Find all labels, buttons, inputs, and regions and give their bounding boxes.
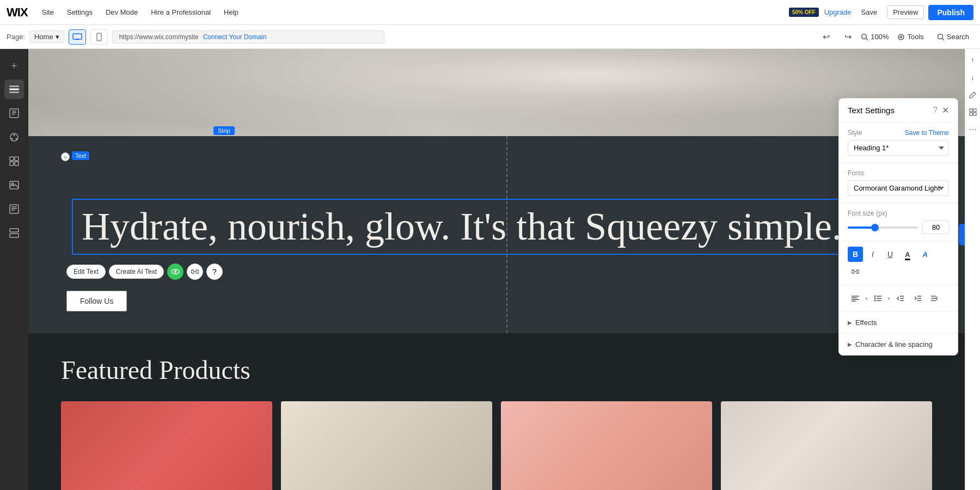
right-scroll-up-icon[interactable]: ↑ (966, 53, 979, 66)
right-more-icon[interactable]: ⋯ (966, 123, 979, 136)
sidebar-design-icon[interactable] (4, 127, 24, 147)
svg-rect-34 (10, 234, 19, 237)
bold-button[interactable]: B (848, 247, 863, 262)
svg-point-45 (874, 296, 876, 297)
tools-button[interactable]: Tools (893, 30, 928, 43)
dark-section: Strip ○ Text Hydrate, nourish, glow. It'… (28, 136, 965, 333)
panel-help-icon[interactable]: ? (933, 105, 938, 115)
strip-label[interactable]: Strip (213, 126, 235, 135)
redo-button[interactable]: ↪ (839, 28, 856, 46)
follow-us-btn[interactable]: Follow Us (61, 280, 127, 311)
panel-header: Text Settings ? ✕ (839, 99, 958, 122)
svg-rect-23 (10, 157, 14, 161)
panel-close-button[interactable]: ✕ (942, 105, 949, 115)
right-layout-icon[interactable] (966, 106, 979, 119)
publish-button[interactable]: Publish (928, 5, 973, 20)
indent-increase-btn[interactable] (910, 291, 925, 306)
save-to-theme-link[interactable]: Save to Theme (905, 129, 949, 137)
secondbar-right: ↩ ↪ 100% Tools Search (817, 28, 973, 46)
page-label: Page: (7, 33, 25, 41)
sidebar-add-icon[interactable]: ＋ (4, 56, 24, 75)
svg-point-49 (874, 300, 876, 302)
sidebar-pages-icon[interactable] (4, 103, 24, 123)
right-edit-icon[interactable] (966, 88, 979, 101)
link-format-button[interactable] (848, 264, 863, 279)
sidebar-layers-icon[interactable] (4, 79, 24, 99)
right-scroll-down-icon[interactable]: ↓ (966, 71, 979, 84)
svg-line-6 (866, 38, 868, 40)
wix-logo[interactable]: WIX (7, 5, 28, 20)
edit-text-button[interactable]: Edit Text (66, 265, 106, 279)
char-spacing-section: ▶ Character & line spacing (839, 334, 958, 355)
toolbar-link-button[interactable] (187, 264, 203, 280)
svg-rect-0 (73, 34, 82, 39)
style-select[interactable]: Heading 1* (848, 140, 949, 156)
menu-site[interactable]: Site (38, 8, 58, 16)
svg-point-4 (99, 39, 100, 40)
svg-rect-29 (10, 205, 19, 213)
badge-50off: 50% OFF (789, 8, 819, 17)
preview-button[interactable]: Preview (887, 5, 924, 19)
char-spacing-arrow-icon: ▶ (848, 341, 852, 347)
zoom-display: 100% (861, 33, 889, 41)
upgrade-link[interactable]: Upgrade (824, 8, 852, 16)
font-size-section: Font size (px) 80 (839, 203, 958, 241)
blue-resize-handle-right[interactable] (959, 224, 965, 246)
save-button[interactable]: Save (856, 6, 883, 19)
text-color-button[interactable]: A (900, 247, 915, 262)
sidebar-apps-icon[interactable] (4, 151, 24, 171)
create-ai-text-button[interactable]: Create AI Text (109, 265, 164, 279)
list-btn[interactable] (870, 291, 885, 306)
svg-point-47 (874, 298, 876, 299)
char-spacing-row[interactable]: ▶ Character & line spacing (848, 340, 949, 348)
svg-rect-26 (15, 162, 19, 166)
product-card-2[interactable] (281, 401, 492, 490)
text-element-handle[interactable]: ○ (61, 152, 70, 161)
svg-rect-14 (9, 91, 19, 93)
effects-section: ▶ Effects (839, 312, 958, 334)
toolbar-visibility-toggle[interactable] (167, 264, 183, 280)
menu-settings[interactable]: Settings (63, 8, 97, 16)
char-spacing-label: Character & line spacing (855, 340, 933, 348)
svg-point-40 (174, 271, 176, 273)
desktop-device-btn[interactable] (69, 29, 86, 45)
format-toolbar: B I U A A (839, 241, 958, 285)
svg-rect-13 (9, 89, 19, 90)
svg-rect-35 (970, 109, 972, 112)
align-left-btn[interactable] (848, 291, 863, 306)
svg-point-10 (938, 34, 942, 39)
rtl-btn[interactable] (927, 291, 942, 306)
search-button[interactable]: Search (933, 30, 973, 43)
sidebar-blog-icon[interactable] (4, 199, 24, 219)
menu-help[interactable]: Help (219, 8, 243, 16)
product-card-1[interactable] (61, 401, 272, 490)
connect-domain-link[interactable]: Connect Your Domain (203, 33, 267, 41)
topbar: WIX Site Settings Dev Mode Hire a Profes… (0, 0, 980, 25)
product-card-3[interactable] (501, 401, 712, 490)
sidebar-media-icon[interactable] (4, 175, 24, 195)
font-size-slider[interactable] (848, 226, 918, 229)
page-select[interactable]: Home ▾ (29, 30, 64, 43)
text-highlight-button[interactable]: A (917, 247, 933, 262)
svg-line-11 (942, 38, 944, 40)
product-card-4[interactable] (721, 401, 932, 490)
fonts-label: Fonts (848, 169, 949, 177)
svg-rect-12 (9, 85, 19, 87)
products-grid (61, 401, 932, 490)
menu-dev-mode[interactable]: Dev Mode (101, 8, 142, 16)
menu-hire-professional[interactable]: Hire a Professional (146, 8, 215, 16)
font-size-input[interactable]: 80 (922, 220, 950, 234)
toolbar-help-button[interactable]: ? (206, 264, 223, 280)
svg-rect-25 (10, 162, 14, 166)
main-heading[interactable]: Hydrate, nourish, glow. It's that Squeez… (72, 199, 852, 255)
italic-button[interactable]: I (865, 247, 880, 262)
effects-row[interactable]: ▶ Effects (848, 318, 949, 327)
underline-button[interactable]: U (883, 247, 898, 262)
url-bar: https://www.wix.com/mysite Connect Your … (112, 30, 384, 44)
featured-section-title: Featured Products (61, 355, 932, 385)
font-select[interactable]: Cormorant Garamond Light (848, 180, 949, 196)
sidebar-sections-icon[interactable] (4, 223, 24, 243)
undo-button[interactable]: ↩ (817, 28, 835, 46)
indent-decrease-btn[interactable] (892, 291, 908, 306)
mobile-device-btn[interactable] (90, 29, 108, 45)
